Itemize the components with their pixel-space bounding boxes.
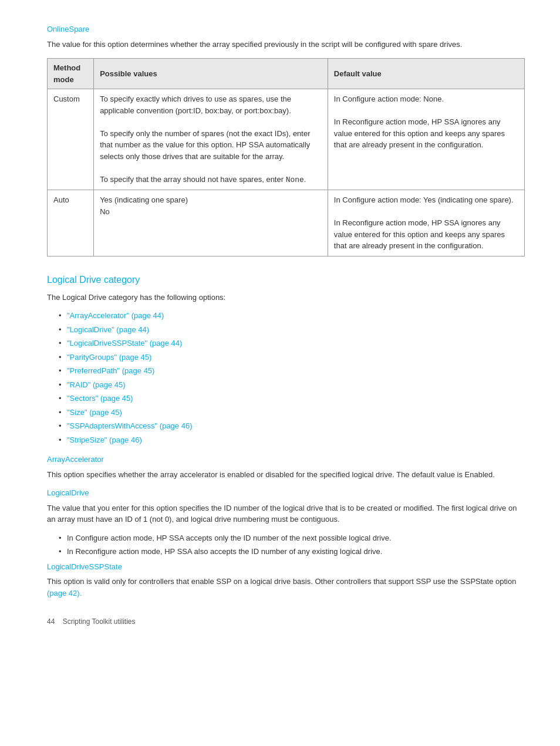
logical-drive-bullets: In Configure action mode, HP SSA accepts…	[47, 532, 525, 558]
link-logical-drive[interactable]: "LogicalDrive" (page 44)	[67, 325, 149, 334]
list-item: In Configure action mode, HP SSA accepts…	[59, 532, 525, 544]
possible-custom: To specify exactly which drives to use a…	[94, 89, 328, 190]
table-row-custom: Custom To specify exactly which drives t…	[48, 89, 525, 190]
logical-drive-category-heading: Logical Drive category	[47, 273, 525, 287]
page-footer: 44 Scripting Toolkit utilities	[47, 616, 525, 627]
link-raid[interactable]: "RAID" (page 45)	[67, 380, 126, 389]
array-accelerator-heading: ArrayAccelerator	[47, 454, 525, 465]
logical-drive-links-list: "ArrayAccelerator" (page 44) "LogicalDri…	[47, 310, 525, 445]
array-accelerator-body: This option specifies whether the array …	[47, 469, 525, 481]
link-stripe-size[interactable]: "StripeSize" (page 46)	[67, 436, 142, 444]
footer-label: Scripting Toolkit utilities	[63, 617, 136, 626]
list-item[interactable]: "ParityGroups" (page 45)	[59, 352, 525, 363]
link-size[interactable]: "Size" (page 45)	[67, 408, 122, 417]
link-parity-groups[interactable]: "ParityGroups" (page 45)	[67, 353, 151, 362]
ssp-state-link[interactable]: (page 42).	[47, 589, 82, 598]
logical-drive-ssp-state-heading: LogicalDriveSSPState	[47, 561, 525, 573]
link-preferred-path[interactable]: "PreferredPath" (page 45)	[67, 366, 154, 375]
list-item[interactable]: "ArrayAccelerator" (page 44)	[59, 310, 525, 322]
list-item[interactable]: "Sectors" (page 45)	[59, 393, 525, 404]
link-array-accelerator[interactable]: "ArrayAccelerator" (page 44)	[67, 311, 164, 320]
default-custom: In Configure action mode: None. In Recon…	[328, 89, 524, 190]
list-item[interactable]: "RAID" (page 45)	[59, 379, 525, 391]
col-default-value: Default value	[328, 59, 524, 89]
method-custom: Custom	[48, 89, 94, 190]
list-item[interactable]: "StripeSize" (page 46)	[59, 434, 525, 446]
method-auto: Auto	[48, 190, 94, 256]
logical-drive-ssp-state-body: This option is valid only for controller…	[47, 576, 525, 599]
logical-drive-heading: LogicalDrive	[47, 487, 525, 499]
page-number: 44	[47, 617, 55, 626]
list-item[interactable]: "PreferredPath" (page 45)	[59, 365, 525, 377]
col-possible-values: Possible values	[94, 59, 328, 89]
link-ssp-adapters[interactable]: "SSPAdaptersWithAccess" (page 46)	[67, 421, 192, 430]
link-sectors[interactable]: "Sectors" (page 45)	[67, 394, 133, 403]
list-item[interactable]: "LogicalDriveSSPState" (page 44)	[59, 337, 525, 349]
logical-drive-body: The value that you enter for this option…	[47, 502, 525, 525]
logical-drive-category-intro: The Logical Drive category has the follo…	[47, 292, 525, 303]
onlinespare-table: Method mode Possible values Default valu…	[47, 58, 525, 256]
default-auto: In Configure action mode: Yes (indicatin…	[328, 190, 524, 256]
list-item[interactable]: "Size" (page 45)	[59, 407, 525, 418]
col-method-mode: Method mode	[48, 59, 94, 89]
list-item[interactable]: "LogicalDrive" (page 44)	[59, 324, 525, 336]
onlinespare-heading: OnlineSpare	[47, 23, 525, 35]
table-row-auto: Auto Yes (indicating one spare) No In Co…	[48, 190, 525, 256]
link-logical-drive-ssp-state[interactable]: "LogicalDriveSSPState" (page 44)	[67, 339, 182, 347]
onlinespare-intro: The value for this option determines whe…	[47, 39, 525, 50]
ssp-state-body-prefix: This option is valid only for controller…	[47, 577, 516, 586]
list-item: In Reconfigure action mode, HP SSA also …	[59, 546, 525, 558]
possible-auto: Yes (indicating one spare) No	[94, 190, 328, 256]
list-item[interactable]: "SSPAdaptersWithAccess" (page 46)	[59, 420, 525, 432]
